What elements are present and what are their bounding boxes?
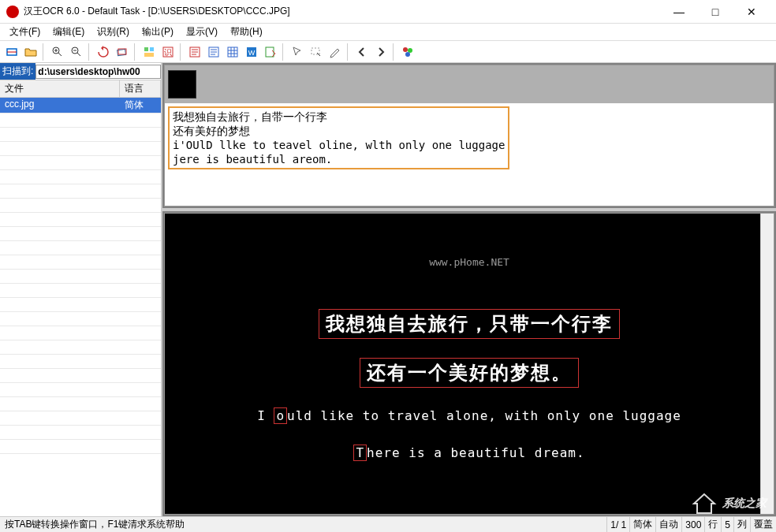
zoom-in-button[interactable] bbox=[49, 43, 66, 61]
file-row[interactable]: ccc.jpg 简体 bbox=[0, 98, 161, 113]
scan-path-row: 扫描到: d:\users\desktop\hw00 bbox=[0, 63, 161, 80]
zoom-out-button[interactable] bbox=[68, 43, 85, 61]
toolbar: 识 W bbox=[0, 41, 776, 63]
char-box: o bbox=[274, 407, 287, 424]
status-page: 1/ 1 bbox=[606, 517, 629, 532]
horizontal-splitter[interactable] bbox=[162, 208, 776, 211]
recognize-button[interactable]: 识 bbox=[159, 43, 177, 61]
view-image-button[interactable] bbox=[205, 43, 222, 61]
svg-point-18 bbox=[408, 48, 412, 53]
status-col-label: 列 bbox=[733, 517, 750, 532]
image-text-line: 我想独自去旅行，只带一个行李 bbox=[319, 309, 620, 339]
thumbnail-strip bbox=[165, 65, 774, 103]
menu-recognize[interactable]: 识别(R) bbox=[91, 24, 136, 40]
svg-point-17 bbox=[403, 47, 408, 52]
ocr-line: 还有美好的梦想 bbox=[173, 124, 505, 138]
menu-display[interactable]: 显示(V) bbox=[180, 24, 224, 40]
separator bbox=[282, 43, 285, 61]
menu-output[interactable]: 输出(P) bbox=[136, 24, 180, 40]
separator bbox=[134, 43, 137, 61]
char-box: T bbox=[353, 445, 367, 461]
file-lang-cell: 简体 bbox=[120, 98, 148, 113]
menu-edit[interactable]: 编辑(E) bbox=[47, 24, 91, 40]
empty-rows bbox=[0, 113, 161, 459]
separator bbox=[88, 43, 91, 61]
window-controls: — □ ✕ bbox=[661, 0, 770, 24]
image-text-line-en: There is a beautiful dream. bbox=[347, 444, 591, 462]
image-text-line-en: I ould like to travel alone, with only o… bbox=[251, 407, 688, 425]
svg-text:W: W bbox=[248, 49, 256, 57]
export-word-button[interactable]: W bbox=[243, 43, 260, 61]
svg-text:识: 识 bbox=[164, 48, 172, 57]
export-button[interactable] bbox=[262, 43, 279, 61]
scan-button[interactable] bbox=[3, 43, 21, 61]
ocr-line: jere is beautiful areom. bbox=[173, 152, 505, 166]
menu-file[interactable]: 文件(F) bbox=[3, 24, 47, 40]
prev-button[interactable] bbox=[353, 43, 371, 61]
minimize-button[interactable]: — bbox=[661, 0, 697, 24]
svg-rect-5 bbox=[144, 47, 148, 51]
watermark-text: www.pHome.NET bbox=[165, 256, 774, 268]
statusbar: 按TAB键转换操作窗口，F1键清求系统帮助 1/ 1 简体 自动 300 行 5… bbox=[0, 516, 776, 532]
main-area: 扫描到: d:\users\desktop\hw00 文件 语言 ccc.jpg… bbox=[0, 63, 776, 516]
status-lang: 简体 bbox=[629, 517, 655, 532]
file-list[interactable]: ccc.jpg 简体 bbox=[0, 98, 161, 516]
svg-point-19 bbox=[405, 52, 410, 57]
col-lang-header[interactable]: 语言 bbox=[120, 80, 161, 97]
ocr-text-block[interactable]: 我想独自去旅行，自带一个行李 还有美好的梦想 i'OUlD llke to te… bbox=[168, 106, 509, 169]
watermark-logo: 系统之家 bbox=[691, 493, 767, 515]
status-auto: 自动 bbox=[655, 517, 681, 532]
image-text-line: 还有一个美好的梦想。 bbox=[360, 358, 579, 388]
open-button[interactable] bbox=[22, 43, 39, 61]
sidebar: 扫描到: d:\users\desktop\hw00 文件 语言 ccc.jpg… bbox=[0, 63, 162, 516]
deskew-button[interactable] bbox=[114, 43, 131, 61]
content-area: ✕ ● ✕ 我想独自去旅行，自带一个行李 还有美好的梦想 i'OUlD llke… bbox=[162, 63, 776, 516]
edit-button[interactable] bbox=[326, 43, 344, 61]
scan-path-input[interactable]: d:\users\desktop\hw00 bbox=[35, 65, 161, 79]
ocr-line: 我想独自去旅行，自带一个行李 bbox=[173, 110, 505, 124]
vertical-scrollbar[interactable] bbox=[760, 214, 774, 514]
image-view: www.pHome.NET 我想独自去旅行，只带一个行李 还有一个美好的梦想。 … bbox=[165, 256, 774, 471]
titlebar: 汉王OCR 6.0 - Default Task - [D:\USERS\DES… bbox=[0, 0, 776, 24]
ocr-line: i'OUlD llke to teavel oline, wlth only o… bbox=[173, 138, 505, 152]
status-dpi: 300 bbox=[681, 517, 704, 532]
next-button[interactable] bbox=[372, 43, 390, 61]
status-overwrite: 覆盖 bbox=[750, 517, 776, 532]
view-text-button[interactable] bbox=[186, 43, 203, 61]
col-file-header[interactable]: 文件 bbox=[0, 80, 120, 97]
layout-button[interactable] bbox=[140, 43, 158, 61]
menu-help[interactable]: 帮助(H) bbox=[224, 24, 269, 40]
file-name-cell: ccc.jpg bbox=[0, 98, 120, 113]
pointer-button[interactable] bbox=[289, 43, 306, 61]
app-icon bbox=[6, 6, 19, 18]
text-pane: 我想独自去旅行，自带一个行李 还有美好的梦想 i'OUlD llke to te… bbox=[164, 65, 774, 206]
separator bbox=[43, 43, 46, 61]
close-button[interactable]: ✕ bbox=[733, 0, 770, 24]
rotate-button[interactable] bbox=[95, 43, 112, 61]
menubar: 文件(F) 编辑(E) 识别(R) 输出(P) 显示(V) 帮助(H) bbox=[0, 24, 776, 41]
page-thumbnail[interactable] bbox=[168, 70, 196, 99]
scan-label: 扫描到: bbox=[0, 63, 35, 80]
separator bbox=[180, 43, 183, 61]
svg-rect-7 bbox=[144, 53, 154, 57]
svg-rect-12 bbox=[228, 47, 237, 57]
file-list-header: 文件 语言 bbox=[0, 80, 161, 98]
window-title: 汉王OCR 6.0 - Default Task - [D:\USERS\DES… bbox=[24, 5, 661, 18]
status-row-label: 行 bbox=[704, 517, 721, 532]
house-icon bbox=[691, 493, 718, 515]
view-table-button[interactable] bbox=[224, 43, 241, 61]
svg-rect-6 bbox=[150, 47, 154, 51]
select-region-button[interactable] bbox=[308, 43, 325, 61]
svg-rect-15 bbox=[266, 47, 274, 57]
maximize-button[interactable]: □ bbox=[697, 0, 733, 24]
ocr-text-area[interactable]: 我想独自去旅行，自带一个行李 还有美好的梦想 i'OUlD llke to te… bbox=[165, 103, 774, 206]
status-col-num: 5 bbox=[721, 517, 733, 532]
watermark-logo-text: 系统之家 bbox=[722, 497, 767, 511]
image-pane[interactable]: www.pHome.NET 我想独自去旅行，只带一个行李 还有一个美好的梦想。 … bbox=[164, 213, 774, 515]
separator bbox=[393, 43, 396, 61]
settings-button[interactable] bbox=[399, 43, 416, 61]
status-help-text: 按TAB键转换操作窗口，F1键清求系统帮助 bbox=[0, 518, 606, 531]
separator bbox=[347, 43, 350, 61]
